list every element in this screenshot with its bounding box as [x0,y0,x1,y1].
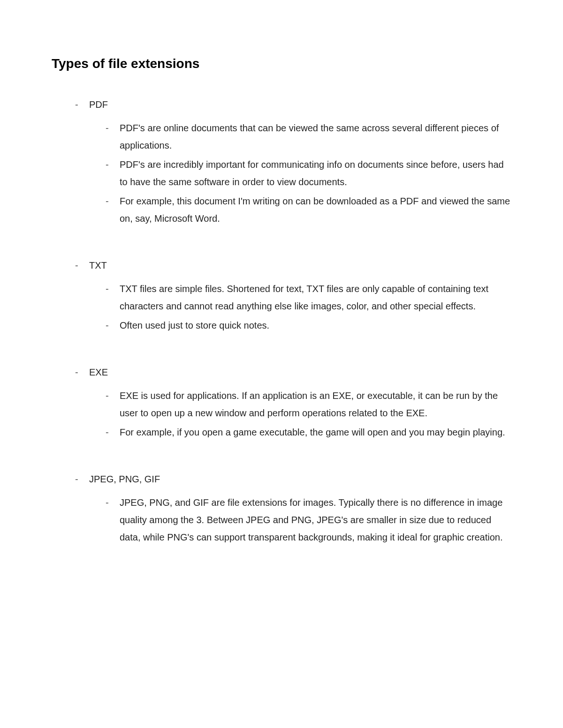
item-text: TXT files are simple files. Shortened fo… [120,280,511,315]
item-text: For example, if you open a game executab… [120,424,511,441]
dash-icon: - [106,120,120,137]
dash-icon: - [106,494,120,511]
list-item: - PDF's are online documents that can be… [106,120,511,154]
sub-list: - EXE is used for applications. If an ap… [75,387,511,441]
section-exe: - EXE - EXE is used for applications. If… [75,367,511,441]
item-text: PDF's are online documents that can be v… [120,120,511,154]
item-text: PDF's are incredibly important for commu… [120,156,511,191]
dash-icon: - [75,474,89,485]
dash-icon: - [75,260,89,271]
list-item: - JPEG, PNG, and GIF are file extensions… [106,494,511,546]
dash-icon: - [75,99,89,110]
section-heading: EXE [89,367,108,378]
list-item: - For example, this document I'm writing… [106,193,511,227]
section-heading: PDF [89,99,108,110]
dash-icon: - [75,367,89,378]
outline-list: - PDF - PDF's are online documents that … [52,99,511,546]
sub-list: - JPEG, PNG, and GIF are file extensions… [75,494,511,546]
section-image-formats: - JPEG, PNG, GIF - JPEG, PNG, and GIF ar… [75,474,511,546]
section-heading: TXT [89,260,107,271]
list-item: - TXT files are simple files. Shortened … [106,280,511,315]
dash-icon: - [106,387,120,405]
item-text: EXE is used for applications. If an appl… [120,387,511,422]
dash-icon: - [106,193,120,210]
item-text: For example, this document I'm writing o… [120,193,511,227]
sub-list: - TXT files are simple files. Shortened … [75,280,511,334]
list-item: - Often used just to store quick notes. [106,317,511,334]
page-title: Types of file extensions [52,56,511,71]
list-item: - For example, if you open a game execut… [106,424,511,441]
list-item: - PDF's are incredibly important for com… [106,156,511,191]
dash-icon: - [106,280,120,298]
section-txt: - TXT - TXT files are simple files. Shor… [75,260,511,334]
dash-icon: - [106,424,120,441]
dash-icon: - [106,156,120,173]
item-text: Often used just to store quick notes. [120,317,511,334]
section-heading: JPEG, PNG, GIF [89,474,160,485]
dash-icon: - [106,317,120,334]
section-pdf: - PDF - PDF's are online documents that … [75,99,511,227]
item-text: JPEG, PNG, and GIF are file extensions f… [120,494,511,546]
list-item: - EXE is used for applications. If an ap… [106,387,511,422]
sub-list: - PDF's are online documents that can be… [75,120,511,227]
